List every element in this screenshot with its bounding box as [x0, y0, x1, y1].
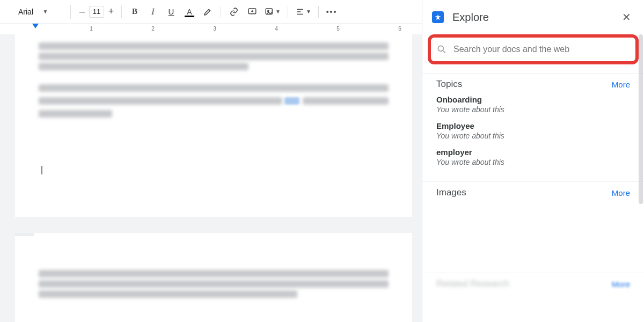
blurred-text [39, 63, 248, 70]
ruler-number: 5 [336, 26, 340, 32]
decrease-font-button[interactable]: – [76, 5, 88, 18]
explore-search-highlighted[interactable] [428, 34, 639, 64]
topic-item[interactable]: Onboarding You wrote about this [436, 95, 630, 114]
next-section: Related Research More [422, 273, 644, 302]
panel-scrollbar[interactable] [639, 34, 643, 204]
blurred-text [39, 53, 389, 60]
font-family-label: Arial [18, 8, 42, 16]
topic-subtitle: You wrote about this [436, 131, 630, 140]
more-link-blurred: More [612, 280, 630, 289]
document-page[interactable] [15, 233, 412, 322]
images-section: Images More [422, 181, 644, 273]
underline-button[interactable]: U [164, 5, 179, 19]
images-more-link[interactable]: More [612, 188, 630, 197]
blurred-text [39, 84, 389, 92]
blurred-text [39, 97, 282, 105]
font-size-value[interactable]: 11 [89, 6, 104, 18]
svg-point-2 [268, 10, 269, 11]
topics-section: Topics More Onboarding You wrote about t… [422, 73, 644, 181]
blurred-text [39, 290, 297, 298]
font-family-select[interactable]: Arial ▼ [18, 5, 71, 19]
font-size-group: – 11 + [76, 5, 122, 18]
blurred-text [39, 280, 389, 288]
topic-item[interactable]: employer You wrote about this [436, 148, 630, 166]
separator [221, 6, 221, 18]
topics-more-link[interactable]: More [612, 80, 630, 89]
explore-icon [432, 11, 444, 23]
increase-font-button[interactable]: + [105, 5, 117, 18]
page-break-mark [15, 233, 34, 236]
ruler-number: 4 [275, 26, 278, 32]
explore-title: Explore [452, 11, 619, 24]
align-button[interactable]: ▼ [294, 5, 313, 19]
blurred-text [39, 110, 112, 118]
blurred-text [39, 270, 389, 277]
blurred-text [39, 42, 389, 50]
bold-button[interactable]: B [127, 5, 142, 19]
svg-point-3 [438, 46, 443, 51]
topic-subtitle: You wrote about this [436, 158, 630, 166]
more-format-button[interactable]: ••• [324, 5, 339, 19]
search-icon [436, 44, 447, 55]
topic-title: Employee [436, 121, 630, 130]
text-cursor [41, 166, 42, 174]
text-color-button[interactable]: A [182, 5, 197, 19]
explore-search-input[interactable] [453, 45, 630, 54]
ruler-number: 6 [398, 26, 401, 32]
ruler-number: 3 [213, 26, 216, 32]
topic-item[interactable]: Employee You wrote about this [436, 121, 630, 140]
ruler-number: 2 [151, 26, 155, 32]
topic-title: Onboarding [436, 95, 630, 104]
topics-heading: Topics [436, 79, 612, 90]
italic-button[interactable]: I [145, 5, 160, 19]
explore-header: Explore ✕ [422, 0, 644, 34]
separator [288, 6, 288, 18]
highlighted-link [284, 97, 299, 105]
insert-link-button[interactable] [226, 5, 241, 19]
explore-panel: Explore ✕ Topics More Onboarding You wro… [422, 0, 644, 322]
separator [318, 6, 319, 18]
blurred-text [303, 97, 389, 105]
images-heading: Images [436, 187, 612, 198]
document-page[interactable] [15, 34, 412, 217]
caret-down-icon: ▼ [275, 9, 281, 14]
caret-down-icon: ▼ [43, 9, 67, 14]
add-comment-button[interactable] [245, 5, 260, 19]
insert-image-button[interactable]: ▼ [263, 5, 282, 19]
highlight-button[interactable] [200, 5, 215, 19]
topic-title: employer [436, 148, 630, 157]
ruler-number: 1 [90, 26, 93, 32]
caret-down-icon: ▼ [306, 9, 311, 14]
topic-subtitle: You wrote about this [436, 105, 630, 114]
section-heading-blurred: Related Research [436, 279, 612, 289]
close-panel-button[interactable]: ✕ [619, 8, 634, 27]
